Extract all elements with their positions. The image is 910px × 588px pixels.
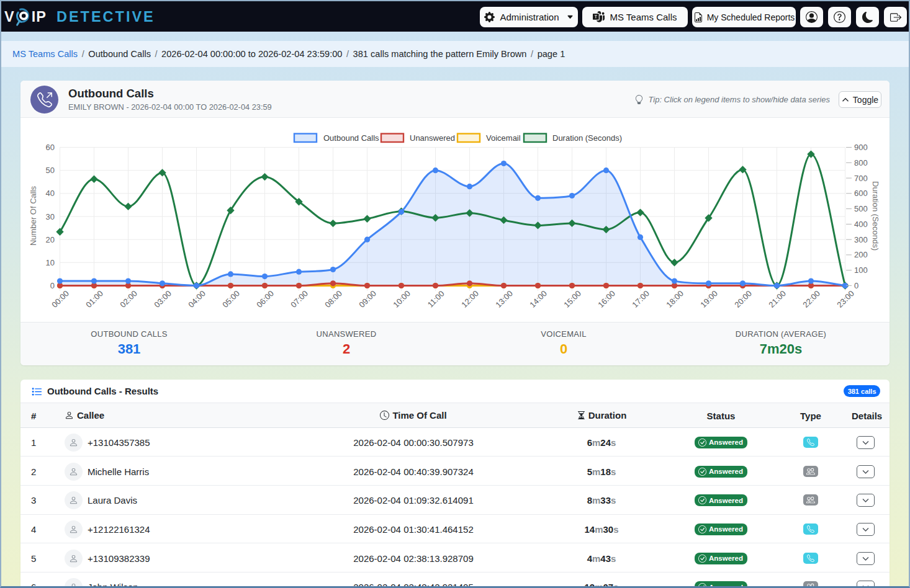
- svg-text:18:00: 18:00: [664, 288, 685, 310]
- svg-text:60: 60: [46, 143, 55, 152]
- svg-text:00:00: 00:00: [50, 288, 71, 310]
- svg-text:16:00: 16:00: [596, 288, 617, 310]
- svg-text:13:00: 13:00: [493, 288, 515, 310]
- svg-text:800: 800: [854, 158, 868, 167]
- svg-text:Duration (Seconds): Duration (Seconds): [552, 133, 622, 143]
- svg-text:Voicemail: Voicemail: [486, 133, 521, 143]
- svg-text:17:00: 17:00: [630, 288, 651, 310]
- svg-text:11:00: 11:00: [426, 289, 446, 310]
- svg-text:400: 400: [854, 220, 868, 229]
- svg-text:21:00: 21:00: [767, 288, 788, 310]
- svg-text:02:00: 02:00: [118, 288, 139, 310]
- svg-text:40: 40: [46, 189, 55, 198]
- svg-text:Duration (Seconds): Duration (Seconds): [871, 181, 880, 251]
- svg-text:23:00: 23:00: [835, 288, 856, 310]
- svg-text:500: 500: [854, 204, 868, 213]
- svg-text:07:00: 07:00: [289, 288, 310, 310]
- svg-text:14:00: 14:00: [528, 288, 549, 310]
- svg-text:10: 10: [46, 258, 55, 267]
- svg-text:10:00: 10:00: [391, 288, 412, 310]
- svg-text:100: 100: [854, 265, 868, 275]
- svg-text:08:00: 08:00: [323, 288, 344, 310]
- svg-text:22:00: 22:00: [801, 288, 822, 310]
- svg-text:06:00: 06:00: [255, 288, 276, 310]
- svg-text:700: 700: [854, 174, 868, 183]
- svg-text:20:00: 20:00: [732, 288, 754, 310]
- svg-text:900: 900: [854, 143, 868, 152]
- svg-text:19:00: 19:00: [698, 288, 719, 310]
- svg-text:04:00: 04:00: [186, 288, 207, 310]
- svg-text:200: 200: [854, 250, 868, 259]
- svg-text:Unanswered: Unanswered: [410, 133, 455, 143]
- svg-text:20: 20: [46, 235, 55, 244]
- svg-text:0: 0: [50, 281, 55, 290]
- svg-text:12:00: 12:00: [459, 288, 480, 310]
- svg-text:600: 600: [854, 189, 868, 198]
- svg-text:Number Of Calls: Number Of Calls: [29, 185, 38, 246]
- svg-text:0: 0: [854, 281, 858, 290]
- svg-text:50: 50: [46, 166, 55, 175]
- svg-text:01:00: 01:00: [84, 288, 105, 310]
- svg-text:03:00: 03:00: [152, 288, 173, 310]
- svg-text:30: 30: [46, 212, 55, 221]
- svg-text:Outbound Calls: Outbound Calls: [323, 133, 379, 143]
- svg-text:15:00: 15:00: [562, 288, 583, 310]
- svg-text:05:00: 05:00: [220, 288, 241, 310]
- svg-text:300: 300: [854, 235, 868, 244]
- svg-text:09:00: 09:00: [357, 288, 378, 310]
